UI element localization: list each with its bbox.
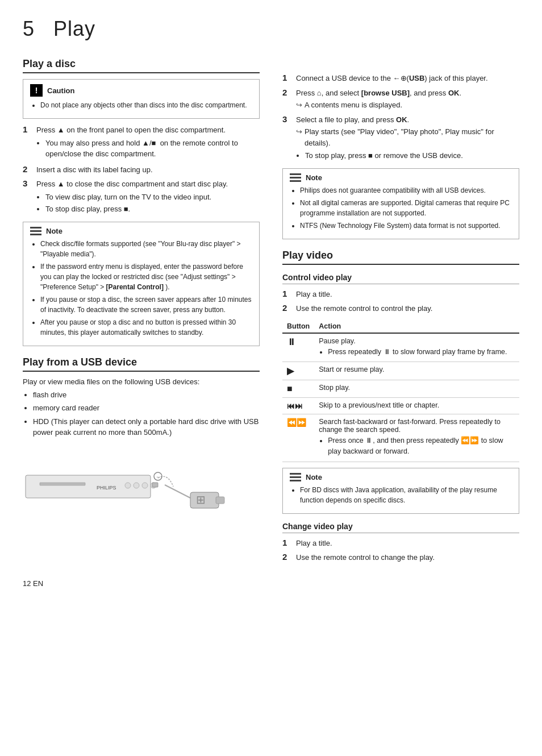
action-skip: Skip to a previous/next title or chapter… (314, 398, 519, 414)
cv-step-1: 1 Play a title. (282, 289, 519, 300)
usb-steps: 1 Connect a USB device to the ←⊕(USB) ja… (282, 73, 519, 163)
table-row-stop: ■ Stop play. (282, 380, 519, 398)
subsection-change-video: Change video play (282, 522, 519, 533)
chapter-title: Play (53, 17, 95, 40)
usb-step-3-text: Select a file to play, and press OK. (296, 115, 409, 124)
step-2-text: Insert a disc with its label facing up. (36, 165, 153, 174)
table-row-pause: ⏸ Pause play. Press repeatedly ⏸ to slow… (282, 333, 519, 362)
usb-step-1-text: Connect a USB device to the ←⊕(USB) jack… (296, 74, 488, 82)
control-table: Button Action ⏸ Pause play. Press repeat… (282, 320, 519, 462)
usb-note-2: NTFS (New Technology File System) data f… (300, 221, 512, 231)
step-2: 2 Insert a disc with its label facing up… (23, 164, 260, 176)
usb-step-3: 3 Select a file to play, and press OK. ↪… (282, 114, 519, 163)
usb-note-1: Not all digital cameras are supported. D… (300, 198, 512, 218)
table-row-search: ⏪⏩ Search fast-backward or fast-forward.… (282, 414, 519, 462)
svg-text:⊞: ⊞ (196, 493, 206, 506)
cv-step-2-text: Use the remote control to control the pl… (296, 303, 519, 314)
step-1-text: Press ▲ on the front panel to open the d… (36, 126, 226, 134)
svg-rect-7 (152, 483, 158, 487)
note-item-2: If you pause or stop a disc, the screen … (40, 294, 252, 315)
step-3-sub-2: To stop disc play, press ■. (45, 203, 260, 215)
chv-step-2: 2 Use the remote control to change the p… (282, 552, 519, 563)
action-pause: Pause play. Press repeatedly ⏸ to slow f… (314, 333, 519, 362)
note-icon-usb (290, 173, 301, 182)
note-icon-video (290, 473, 301, 481)
step-3: 3 Press ▲ to close the disc compartment … (23, 178, 260, 216)
action-pause-sub: Press repeatedly ⏸ to slow forward play … (328, 347, 515, 358)
usb-step-2: 2 Press ⌂, and select [browse USB], and … (282, 88, 519, 111)
caution-item: Do not place any objects other than disc… (40, 100, 252, 110)
chv-step-2-text: Use the remote control to change the pla… (296, 552, 519, 563)
change-video-steps: 1 Play a title. 2 Use the remote control… (282, 538, 519, 563)
control-video-steps: 1 Play a title. 2 Use the remote control… (282, 289, 519, 314)
chapter-title-row: 5 Play (23, 17, 519, 41)
btn-skip: ⏮⏭ (282, 398, 314, 414)
note-list-disc: Check disc/file formats supported (see "… (30, 239, 252, 338)
section-play-video-title: Play video (282, 250, 519, 265)
usb-item-0: flash drive (33, 389, 260, 401)
footer-text: 12 EN (23, 579, 43, 588)
usb-note-0: Philips does not guarantee compatibility… (300, 185, 512, 196)
chapter-number: 5 (23, 17, 35, 40)
col-action: Action (314, 320, 519, 333)
step-1: 1 Press ▲ on the front panel to open the… (23, 124, 260, 161)
usb-item-1: memory card reader (33, 402, 260, 414)
action-search: Search fast-backward or fast-forward. Pr… (314, 414, 519, 462)
note-label-video: Note (306, 473, 322, 481)
note-list-video: For BD discs with Java application, avai… (290, 485, 512, 505)
svg-text:PHILIPS: PHILIPS (97, 485, 116, 491)
play-disc-steps: 1 Press ▲ on the front panel to open the… (23, 124, 260, 216)
action-stop: Stop play. (314, 380, 519, 398)
caution-box: ! Caution Do not place any objects other… (23, 79, 260, 119)
btn-play: ▶ (282, 362, 314, 380)
note-label: Note (46, 227, 62, 235)
step-3-sub: To view disc play, turn on the TV to the… (36, 192, 260, 215)
usb-intro: Play or view media files on the followin… (23, 377, 260, 386)
usb-item-2: HDD (This player can detect only a porta… (33, 416, 260, 438)
page-footer: 12 EN (23, 579, 519, 588)
usb-step-3-sub: To stop play, press ■ or remove the USB … (305, 150, 519, 161)
caution-list: Do not place any objects other than disc… (30, 100, 252, 110)
svg-point-5 (142, 483, 148, 488)
note-box-video: Note For BD discs with Java application,… (282, 468, 519, 514)
btn-stop: ■ (282, 380, 314, 398)
note-item-0: Check disc/file formats supported (see "… (40, 239, 252, 259)
svg-rect-10 (216, 497, 224, 504)
step-3-text: Press ▲ to close the disc compartment an… (36, 180, 228, 188)
usb-step-2-text: Press ⌂, and select [browse USB], and pr… (296, 89, 461, 97)
action-play: Start or resume play. (314, 362, 519, 380)
step-1-sub-1: You may also press and hold ▲/■ on the r… (45, 138, 260, 160)
btn-search: ⏪⏩ (282, 414, 314, 462)
note-item-1: If the password entry menu is displayed,… (40, 261, 252, 292)
table-row-skip: ⏮⏭ Skip to a previous/next title or chap… (282, 398, 519, 414)
step-3-sub-1: To view disc play, turn on the TV to the… (45, 192, 260, 203)
note-box-disc: Note Check disc/file formats supported (… (23, 222, 260, 346)
note-icon (30, 227, 41, 235)
usb-step-2-arrow: ↪ A contents menu is displayed. (296, 99, 519, 111)
subsection-control-video: Control video play (282, 273, 519, 284)
caution-label: Caution (47, 86, 74, 95)
svg-line-8 (165, 485, 190, 498)
left-column: Play a disc ! Caution Do not place any o… (23, 48, 260, 568)
cv-step-1-text: Play a title. (296, 289, 519, 300)
usb-step-1: 1 Connect a USB device to the ←⊕(USB) ja… (282, 73, 519, 84)
section-usb-title: Play from a USB device (23, 356, 260, 372)
video-note-0: For BD discs with Java application, avai… (300, 485, 512, 505)
svg-point-3 (125, 483, 131, 488)
chv-step-1-text: Play a title. (296, 538, 519, 549)
note-item-3: After you pause or stop a disc and no bu… (40, 317, 252, 338)
caution-icon: ! (30, 84, 43, 97)
right-column: 1 Connect a USB device to the ←⊕(USB) ja… (282, 48, 519, 568)
svg-rect-0 (26, 475, 151, 498)
usb-step-3-arrow: ↪ Play starts (see "Play video", "Play p… (296, 126, 519, 148)
action-search-sub: Press once ⏸, and then press repeatedly … (328, 435, 515, 457)
note-box-usb: Note Philips does not guarantee compatib… (282, 168, 519, 239)
svg-point-4 (134, 483, 139, 488)
usb-bullet-list: flash drive memory card reader HDD (This… (23, 389, 260, 438)
chv-step-1: 1 Play a title. (282, 538, 519, 549)
col-button: Button (282, 320, 314, 333)
table-row-play: ▶ Start or resume play. (282, 362, 519, 380)
note-label-usb: Note (306, 173, 322, 182)
svg-rect-1 (40, 483, 85, 485)
svg-text:↔: ↔ (156, 474, 161, 480)
